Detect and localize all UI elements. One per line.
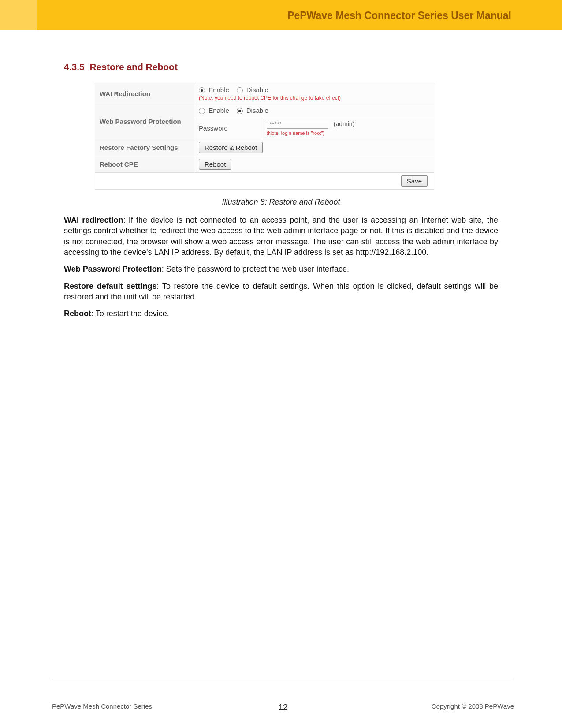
para-restore-bold: Restore default settings [64,282,156,291]
para-webpw-text: : Sets the password to protect the web u… [162,265,349,273]
reboot-cell: Reboot [194,156,434,173]
section-number: 4.3.5 [64,62,85,72]
footer-divider [52,680,514,680]
wai-body: Enable Disable (Note: you need to reboot… [194,83,434,104]
footer-right: Copyright © 2008 PePWave [432,702,514,710]
restore-cell: Restore & Reboot [194,139,434,156]
row-reboot: Reboot CPE Reboot [95,156,434,173]
para-webpw-bold: Web Password Protection [64,265,162,273]
restore-label: Restore Factory Settings [95,139,194,156]
section-heading: 4.3.5 Restore and Reboot [64,62,498,72]
radio-wai-enable[interactable] [199,87,205,93]
radio-wai-disable[interactable] [237,87,243,93]
reboot-label: Reboot CPE [95,156,194,173]
header-bar: PePWave Mesh Connector Series User Manua… [0,0,562,30]
header-accent [0,0,37,30]
row-save: Save [95,173,434,190]
restore-reboot-button[interactable]: Restore & Reboot [199,142,263,153]
radio-webpw-disable[interactable] [237,108,243,114]
para-restore: Restore default settings: To restore the… [64,281,498,302]
para-wai: WAI redirection: If the device is not co… [64,215,498,258]
row-wai: WAI Redirection Enable Disable (Note: yo… [95,83,434,104]
para-wai-text: : If the device is not connected to an a… [64,216,498,257]
radio-webpw-enable[interactable] [199,108,205,114]
webpw-radios: Enable Disable [194,104,434,117]
para-reboot-bold: Reboot [64,309,91,318]
document-title: PePWave Mesh Connector Series User Manua… [287,10,511,22]
page-content: 4.3.5 Restore and Reboot WAI Redirection… [64,62,498,325]
password-cell: ***** (admin) (Note: login name is "root… [262,117,434,139]
save-cell: Save [95,173,434,190]
para-wai-bold: WAI redirection [64,216,123,224]
wai-disable-text: Disable [246,86,268,93]
section-title: Restore and Reboot [89,62,178,72]
illustration-caption: Illustration 8: Restore and Reboot [64,198,498,207]
login-note: (Note: login name is "root") [267,131,324,136]
webpw-enable-text: Enable [208,107,229,114]
wai-enable-text: Enable [208,86,229,93]
webpw-disable-text: Disable [246,107,268,114]
row-restore: Restore Factory Settings Restore & Reboo… [95,139,434,156]
row-webpw-top: Web Password Protection Enable Disable [95,104,434,117]
para-webpw: Web Password Protection: Sets the passwo… [64,264,498,274]
admin-hint: (admin) [334,120,354,127]
password-sublabel: Password [194,117,262,139]
password-input[interactable]: ***** [267,120,328,129]
para-reboot: Reboot: To restart the device. [64,308,498,319]
wai-note: (Note: you need to reboot CPE for this c… [199,95,341,101]
para-reboot-text: : To restart the device. [91,309,169,318]
wai-label: WAI Redirection [95,83,194,104]
config-table: WAI Redirection Enable Disable (Note: yo… [95,83,434,190]
save-button[interactable]: Save [401,175,428,187]
body-text: WAI redirection: If the device is not co… [64,215,498,319]
reboot-button[interactable]: Reboot [199,159,231,170]
config-screenshot: WAI Redirection Enable Disable (Note: yo… [95,83,498,190]
webpw-label: Web Password Protection [95,104,194,139]
